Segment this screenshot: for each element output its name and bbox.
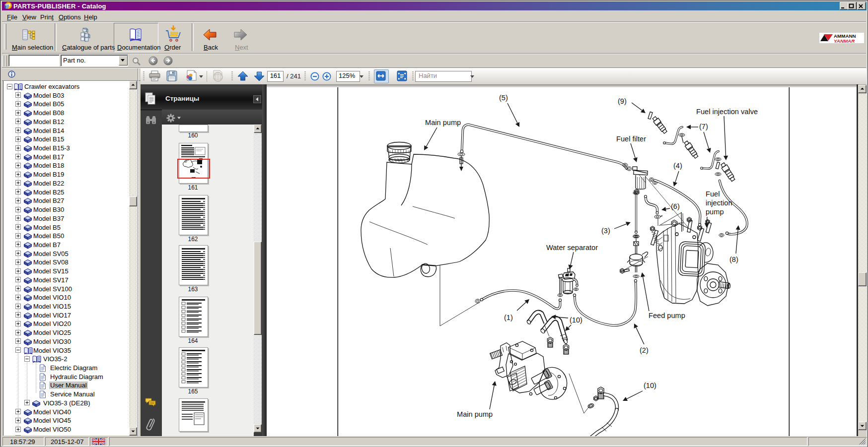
svg-text:(6): (6): [671, 202, 680, 210]
svg-text:Main pump: Main pump: [425, 119, 461, 127]
svg-text:(10): (10): [570, 316, 582, 324]
svg-text:(5): (5): [499, 94, 508, 102]
svg-text:(9): (9): [618, 97, 627, 105]
svg-text:Fuel injection valve: Fuel injection valve: [696, 108, 758, 116]
svg-text:Fuel: Fuel: [706, 190, 720, 198]
svg-text:(8): (8): [729, 255, 738, 263]
svg-text:(2): (2): [640, 346, 649, 354]
svg-text:Fuel filter: Fuel filter: [616, 135, 646, 143]
svg-text:(3): (3): [601, 227, 610, 235]
svg-text:injection: injection: [706, 199, 732, 207]
svg-text:YANMAR: YANMAR: [834, 38, 855, 44]
svg-text:pump: pump: [706, 208, 724, 216]
svg-text:(1): (1): [504, 314, 513, 321]
svg-text:(4): (4): [673, 162, 682, 170]
svg-text:(7): (7): [699, 123, 708, 130]
svg-text:Main pump: Main pump: [457, 410, 493, 418]
svg-text:Feed pump: Feed pump: [649, 312, 685, 319]
svg-text:(10): (10): [644, 382, 656, 389]
svg-text:Water separator: Water separator: [546, 244, 598, 252]
